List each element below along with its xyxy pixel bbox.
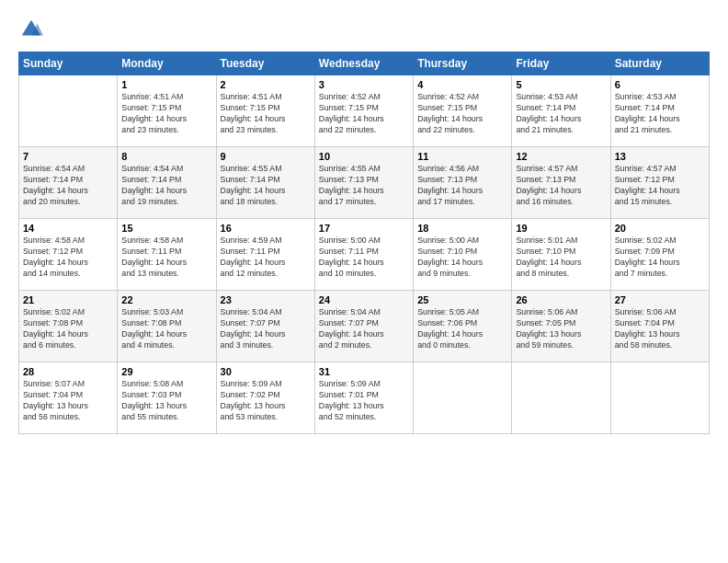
day-number: 18 [417, 223, 507, 234]
day-number: 9 [221, 151, 311, 162]
calendar-cell: 5Sunrise: 4:53 AM Sunset: 7:14 PM Daylig… [512, 75, 610, 147]
calendar-cell: 23Sunrise: 5:04 AM Sunset: 7:07 PM Dayli… [216, 291, 314, 362]
cell-info: Sunrise: 4:58 AM Sunset: 7:12 PM Dayligh… [23, 236, 113, 280]
cell-info: Sunrise: 5:02 AM Sunset: 7:09 PM Dayligh… [615, 236, 705, 280]
day-number: 25 [417, 294, 507, 305]
day-number: 27 [615, 294, 705, 305]
cell-info: Sunrise: 5:09 AM Sunset: 7:02 PM Dayligh… [221, 379, 311, 423]
cell-info: Sunrise: 4:55 AM Sunset: 7:13 PM Dayligh… [319, 164, 409, 208]
week-row-4: 21Sunrise: 5:02 AM Sunset: 7:08 PM Dayli… [19, 291, 710, 362]
week-row-5: 28Sunrise: 5:07 AM Sunset: 7:04 PM Dayli… [19, 362, 710, 434]
calendar-cell: 22Sunrise: 5:03 AM Sunset: 7:08 PM Dayli… [118, 291, 216, 362]
calendar-cell [512, 362, 610, 434]
calendar-cell: 26Sunrise: 5:06 AM Sunset: 7:05 PM Dayli… [512, 291, 610, 362]
cell-info: Sunrise: 4:51 AM Sunset: 7:15 PM Dayligh… [121, 92, 211, 136]
calendar-cell: 3Sunrise: 4:52 AM Sunset: 7:15 PM Daylig… [314, 75, 413, 147]
cell-info: Sunrise: 4:53 AM Sunset: 7:14 PM Dayligh… [516, 92, 606, 136]
day-number: 21 [23, 294, 113, 305]
day-header-wednesday: Wednesday [314, 52, 413, 75]
day-header-sunday: Sunday [19, 52, 118, 75]
day-number: 10 [319, 151, 409, 162]
week-row-3: 14Sunrise: 4:58 AM Sunset: 7:12 PM Dayli… [19, 219, 710, 291]
day-number: 23 [221, 294, 311, 305]
cell-info: Sunrise: 4:59 AM Sunset: 7:11 PM Dayligh… [221, 236, 311, 280]
day-number: 13 [615, 151, 705, 162]
cell-info: Sunrise: 4:56 AM Sunset: 7:13 PM Dayligh… [417, 164, 507, 208]
cell-info: Sunrise: 5:00 AM Sunset: 7:10 PM Dayligh… [417, 236, 507, 280]
calendar-table: SundayMondayTuesdayWednesdayThursdayFrid… [18, 52, 710, 434]
cell-info: Sunrise: 5:02 AM Sunset: 7:08 PM Dayligh… [23, 307, 113, 351]
logo-icon [18, 17, 44, 42]
calendar-cell: 12Sunrise: 4:57 AM Sunset: 7:13 PM Dayli… [512, 147, 610, 219]
calendar-cell: 6Sunrise: 4:53 AM Sunset: 7:14 PM Daylig… [610, 75, 709, 147]
day-number: 1 [121, 79, 211, 90]
cell-info: Sunrise: 5:04 AM Sunset: 7:07 PM Dayligh… [319, 307, 409, 351]
day-number: 28 [23, 366, 113, 377]
cell-info: Sunrise: 5:08 AM Sunset: 7:03 PM Dayligh… [121, 379, 211, 423]
calendar-cell: 29Sunrise: 5:08 AM Sunset: 7:03 PM Dayli… [118, 362, 216, 434]
cell-info: Sunrise: 5:06 AM Sunset: 7:04 PM Dayligh… [615, 307, 705, 351]
calendar-cell: 19Sunrise: 5:01 AM Sunset: 7:10 PM Dayli… [512, 219, 610, 291]
day-number: 22 [121, 294, 211, 305]
day-number: 6 [615, 79, 705, 90]
week-row-1: 1Sunrise: 4:51 AM Sunset: 7:15 PM Daylig… [19, 75, 710, 147]
day-header-monday: Monday [118, 52, 216, 75]
calendar-cell: 16Sunrise: 4:59 AM Sunset: 7:11 PM Dayli… [216, 219, 314, 291]
cell-info: Sunrise: 5:09 AM Sunset: 7:01 PM Dayligh… [319, 379, 409, 423]
cell-info: Sunrise: 4:58 AM Sunset: 7:11 PM Dayligh… [121, 236, 211, 280]
calendar-cell [610, 362, 709, 434]
day-number: 30 [221, 366, 311, 377]
day-number: 8 [121, 151, 211, 162]
calendar-cell: 24Sunrise: 5:04 AM Sunset: 7:07 PM Dayli… [314, 291, 413, 362]
cell-info: Sunrise: 4:54 AM Sunset: 7:14 PM Dayligh… [23, 164, 113, 208]
calendar-cell: 30Sunrise: 5:09 AM Sunset: 7:02 PM Dayli… [216, 362, 314, 434]
cell-info: Sunrise: 4:55 AM Sunset: 7:14 PM Dayligh… [221, 164, 311, 208]
logo [18, 17, 48, 42]
calendar-cell: 17Sunrise: 5:00 AM Sunset: 7:11 PM Dayli… [314, 219, 413, 291]
calendar-cell: 4Sunrise: 4:52 AM Sunset: 7:15 PM Daylig… [414, 75, 512, 147]
calendar-cell [19, 75, 118, 147]
calendar-cell: 9Sunrise: 4:55 AM Sunset: 7:14 PM Daylig… [216, 147, 314, 219]
day-number: 31 [319, 366, 409, 377]
header-row: SundayMondayTuesdayWednesdayThursdayFrid… [19, 52, 710, 75]
day-number: 2 [221, 79, 311, 90]
day-number: 24 [319, 294, 409, 305]
day-number: 4 [417, 79, 507, 90]
day-header-saturday: Saturday [610, 52, 709, 75]
cell-info: Sunrise: 5:03 AM Sunset: 7:08 PM Dayligh… [121, 307, 211, 351]
calendar-cell: 13Sunrise: 4:57 AM Sunset: 7:12 PM Dayli… [610, 147, 709, 219]
cell-info: Sunrise: 5:07 AM Sunset: 7:04 PM Dayligh… [23, 379, 113, 423]
week-row-2: 7Sunrise: 4:54 AM Sunset: 7:14 PM Daylig… [19, 147, 710, 219]
calendar-cell: 20Sunrise: 5:02 AM Sunset: 7:09 PM Dayli… [610, 219, 709, 291]
day-header-friday: Friday [512, 52, 610, 75]
calendar-cell: 18Sunrise: 5:00 AM Sunset: 7:10 PM Dayli… [414, 219, 512, 291]
calendar-cell: 14Sunrise: 4:58 AM Sunset: 7:12 PM Dayli… [19, 219, 118, 291]
calendar-cell: 15Sunrise: 4:58 AM Sunset: 7:11 PM Dayli… [118, 219, 216, 291]
cell-info: Sunrise: 4:54 AM Sunset: 7:14 PM Dayligh… [121, 164, 211, 208]
calendar-cell: 7Sunrise: 4:54 AM Sunset: 7:14 PM Daylig… [19, 147, 118, 219]
day-number: 19 [516, 223, 606, 234]
day-number: 17 [319, 223, 409, 234]
day-header-tuesday: Tuesday [216, 52, 314, 75]
cell-info: Sunrise: 4:52 AM Sunset: 7:15 PM Dayligh… [319, 92, 409, 136]
day-number: 29 [121, 366, 211, 377]
calendar-cell: 8Sunrise: 4:54 AM Sunset: 7:14 PM Daylig… [118, 147, 216, 219]
day-number: 26 [516, 294, 606, 305]
cell-info: Sunrise: 4:57 AM Sunset: 7:13 PM Dayligh… [516, 164, 606, 208]
calendar-cell: 2Sunrise: 4:51 AM Sunset: 7:15 PM Daylig… [216, 75, 314, 147]
calendar-cell: 11Sunrise: 4:56 AM Sunset: 7:13 PM Dayli… [414, 147, 512, 219]
calendar-cell: 21Sunrise: 5:02 AM Sunset: 7:08 PM Dayli… [19, 291, 118, 362]
day-header-thursday: Thursday [414, 52, 512, 75]
cell-info: Sunrise: 5:00 AM Sunset: 7:11 PM Dayligh… [319, 236, 409, 280]
calendar-page: SundayMondayTuesdayWednesdayThursdayFrid… [0, 0, 728, 563]
header [18, 17, 710, 42]
cell-info: Sunrise: 5:04 AM Sunset: 7:07 PM Dayligh… [221, 307, 311, 351]
day-number: 16 [221, 223, 311, 234]
day-number: 3 [319, 79, 409, 90]
day-number: 20 [615, 223, 705, 234]
calendar-cell [414, 362, 512, 434]
calendar-cell: 27Sunrise: 5:06 AM Sunset: 7:04 PM Dayli… [610, 291, 709, 362]
calendar-cell: 28Sunrise: 5:07 AM Sunset: 7:04 PM Dayli… [19, 362, 118, 434]
cell-info: Sunrise: 5:01 AM Sunset: 7:10 PM Dayligh… [516, 236, 606, 280]
day-number: 12 [516, 151, 606, 162]
